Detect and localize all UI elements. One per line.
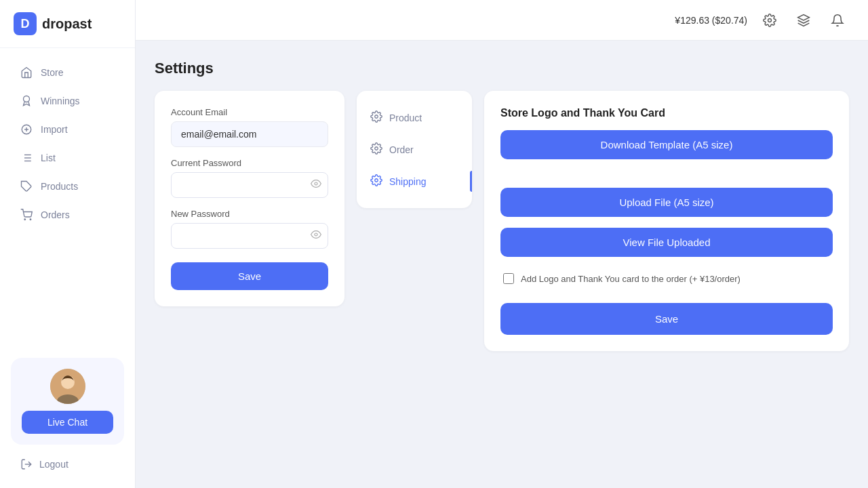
settings-icon[interactable]: [758, 9, 781, 32]
avatar: [50, 369, 85, 404]
sidebar-item-winnings[interactable]: Winnings: [5, 87, 130, 115]
sidebar-item-list-label: List: [41, 152, 56, 163]
svg-point-21: [375, 115, 378, 119]
bell-icon[interactable]: [826, 9, 849, 32]
current-password-field: [171, 172, 328, 198]
cards-row: Account Email email@email.com Current Pa…: [155, 91, 849, 351]
add-logo-checkbox[interactable]: [503, 273, 514, 284]
store-logo-title: Store Logo and Thank You Card: [500, 107, 833, 119]
new-password-label: New Password: [171, 209, 328, 219]
current-password-input[interactable]: [171, 172, 328, 198]
sidebar-item-orders[interactable]: Orders: [5, 201, 130, 228]
brand-name: dropast: [42, 16, 92, 32]
store-icon: [20, 66, 33, 79]
winnings-icon: [20, 95, 33, 107]
live-chat-button[interactable]: Live Chat: [22, 411, 113, 434]
email-label: Account Email: [171, 107, 328, 117]
logout-item[interactable]: Logout: [11, 451, 124, 477]
live-chat-card: Live Chat: [11, 358, 124, 445]
svg-point-19: [315, 182, 317, 185]
products-icon: [20, 180, 33, 192]
sidebar-bottom: Live Chat Logout: [0, 347, 135, 488]
svg-point-20: [315, 233, 317, 236]
orders-icon: [20, 209, 33, 221]
tab-order-label: Order: [389, 144, 414, 155]
sidebar-item-import[interactable]: Import: [5, 116, 130, 143]
list-icon: [20, 152, 33, 164]
tab-shipping-icon: [370, 174, 382, 188]
package-icon[interactable]: [792, 9, 815, 32]
tab-product-label: Product: [389, 113, 422, 123]
tab-order-icon: [370, 142, 382, 157]
settings-tabs-card: Product Order: [357, 91, 472, 208]
svg-point-18: [768, 18, 772, 22]
checkbox-label: Add Logo and Thank You card to the order…: [521, 274, 741, 284]
sidebar-logo: D dropast: [0, 0, 135, 48]
tab-product[interactable]: Product: [357, 102, 472, 134]
view-file-button[interactable]: View File Uploaded: [500, 228, 833, 257]
logout-label: Logout: [39, 459, 68, 470]
header: ¥129.63 ($20.74): [136, 0, 868, 41]
sidebar-item-store[interactable]: Store: [5, 59, 130, 86]
tab-shipping[interactable]: Shipping: [357, 165, 472, 197]
email-section: Account Email email@email.com: [171, 107, 328, 147]
sidebar-item-orders-label: Orders: [41, 209, 70, 220]
balance-display: ¥129.63 ($20.74): [675, 15, 747, 26]
svg-point-12: [30, 219, 31, 220]
new-password-input[interactable]: [171, 223, 328, 249]
account-card: Account Email email@email.com Current Pa…: [155, 91, 344, 306]
sidebar-item-products-label: Products: [41, 181, 78, 192]
sidebar-item-winnings-label: Winnings: [41, 96, 80, 106]
new-password-field: [171, 223, 328, 249]
svg-point-23: [375, 179, 378, 182]
current-password-eye-icon[interactable]: [311, 178, 321, 192]
account-save-button[interactable]: Save: [171, 262, 328, 290]
tab-product-icon: [370, 110, 382, 125]
main: ¥129.63 ($20.74) Settings: [136, 0, 868, 488]
new-password-section: New Password: [171, 209, 328, 249]
tab-shipping-label: Shipping: [389, 176, 427, 187]
sidebar-item-products[interactable]: Products: [5, 173, 130, 200]
svg-point-22: [375, 147, 378, 150]
content: Settings Account Email email@email.com C…: [136, 41, 868, 488]
email-value: email@email.com: [171, 121, 328, 147]
sidebar-nav: Store Winnings Import: [0, 48, 135, 347]
checkbox-row: Add Logo and Thank You card to the order…: [500, 268, 833, 289]
page-title: Settings: [155, 60, 849, 77]
store-logo-card: Store Logo and Thank You Card Download T…: [484, 91, 849, 351]
sidebar-item-list[interactable]: List: [5, 144, 130, 171]
store-logo-save-button[interactable]: Save: [500, 303, 833, 335]
current-password-section: Current Password: [171, 158, 328, 198]
logout-icon: [20, 458, 33, 470]
svg-point-11: [24, 219, 26, 220]
sidebar-item-import-label: Import: [41, 124, 68, 135]
logo-icon: D: [14, 12, 37, 35]
download-template-button[interactable]: Download Template (A5 size): [500, 130, 833, 159]
tab-order[interactable]: Order: [357, 134, 472, 165]
import-icon: [20, 123, 33, 136]
sidebar-item-store-label: Store: [41, 67, 63, 78]
upload-file-button[interactable]: Upload File (A5 size): [500, 188, 833, 217]
current-password-label: Current Password: [171, 158, 328, 168]
sidebar: D dropast Store Winnings: [0, 0, 136, 488]
new-password-eye-icon[interactable]: [311, 229, 321, 243]
svg-point-0: [24, 96, 30, 102]
